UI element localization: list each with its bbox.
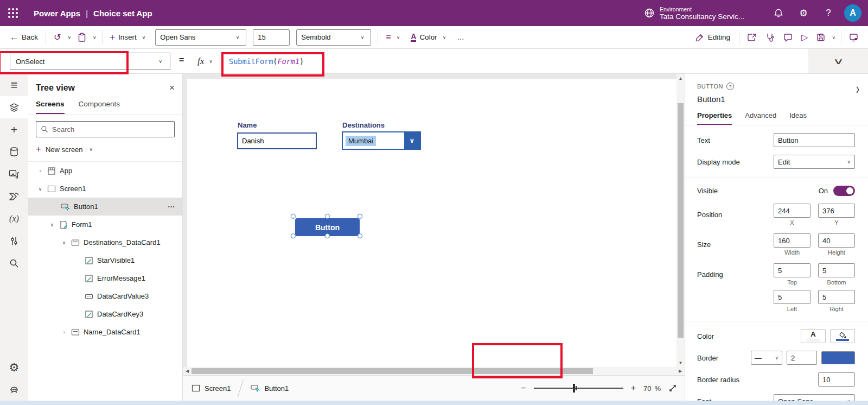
more-options-icon[interactable]: ⋯ <box>168 202 176 211</box>
insert-plus-icon[interactable]: + <box>0 118 28 141</box>
user-avatar[interactable]: A <box>844 4 861 22</box>
font-family-select[interactable]: Open Sans∨ <box>155 29 246 46</box>
tree-search-box[interactable] <box>36 121 175 137</box>
zoom-out-button[interactable]: − <box>521 383 526 393</box>
breadcrumb-button1[interactable]: Button1 <box>242 384 297 393</box>
tab-components[interactable]: Components <box>79 100 120 114</box>
notifications-bell-icon[interactable] <box>766 0 791 26</box>
text-property-input[interactable] <box>774 133 855 147</box>
padding-bottom-input[interactable] <box>818 263 855 277</box>
variables-icon[interactable]: (x) <box>0 207 28 230</box>
border-weight-input[interactable] <box>787 351 817 365</box>
zoom-slider[interactable] <box>534 388 623 389</box>
tab-ideas[interactable]: Ideas <box>789 111 807 125</box>
tree-view-layers-icon[interactable] <box>0 96 28 118</box>
preview-play-button[interactable]: ▷ <box>797 29 812 46</box>
collapse-panel-chevron[interactable]: › <box>856 80 859 99</box>
fx-dropdown[interactable]: fx ∨ <box>191 52 221 71</box>
breadcrumb-screen1[interactable]: Screen1 <box>183 384 239 393</box>
border-radius-input[interactable] <box>818 372 855 387</box>
close-icon[interactable]: × <box>169 83 175 93</box>
selection-handle[interactable] <box>291 233 296 238</box>
comments-button[interactable] <box>779 29 797 46</box>
search-input[interactable] <box>52 125 170 134</box>
paste-dropdown-chevron[interactable]: ∨ <box>91 35 99 40</box>
rail-settings-gear-icon[interactable]: ⚙ <box>0 356 28 378</box>
visible-toggle[interactable] <box>833 186 855 196</box>
share-button[interactable] <box>743 29 761 46</box>
color-button[interactable]: A Color ∨ <box>406 29 452 46</box>
font-color-button[interactable]: A <box>801 329 826 343</box>
more-commands-button[interactable]: … <box>452 29 469 46</box>
back-button[interactable]: ← Back <box>5 29 42 46</box>
app-name[interactable]: Power Apps <box>34 9 80 18</box>
name-text-input[interactable]: Danish <box>237 132 317 149</box>
undo-dropdown-chevron[interactable]: ∨ <box>65 35 73 40</box>
virtual-agent-icon[interactable] <box>0 378 28 401</box>
padding-left-input[interactable] <box>774 290 810 304</box>
advanced-tools-icon[interactable] <box>0 230 28 252</box>
collapse-menu-icon[interactable]: ≡ <box>0 74 28 96</box>
settings-gear-icon[interactable]: ⚙ <box>791 0 816 26</box>
font-size-input[interactable]: 15 <box>253 29 290 46</box>
search-icon[interactable] <box>0 252 28 274</box>
tree-item-errormessage1[interactable]: ErrorMessage1 <box>28 269 182 287</box>
border-color-swatch[interactable] <box>821 351 855 364</box>
text-align-button[interactable]: ≡ ∨ <box>381 29 406 46</box>
help-icon[interactable]: ? <box>816 0 841 26</box>
tree-item-form1[interactable]: ∨ Form1 <box>28 216 182 233</box>
dropdown-chevron-icon[interactable]: ∨ <box>404 132 420 149</box>
save-dropdown-chevron[interactable]: ∨ <box>829 35 838 40</box>
canvas-horizontal-scrollbar[interactable]: ◀ ▶ <box>183 367 685 375</box>
destinations-dropdown[interactable]: Mumbai ∨ <box>342 131 421 150</box>
size-height-input[interactable] <box>818 233 855 248</box>
fill-color-button[interactable] <box>830 329 855 343</box>
selection-handle[interactable] <box>358 214 362 219</box>
font-weight-select[interactable]: Semibold∨ <box>296 29 371 46</box>
tree-item-name-datacard1[interactable]: › Name_DataCard1 <box>28 323 182 341</box>
tree-item-datacardkey3[interactable]: DataCardKey3 <box>28 305 182 323</box>
new-screen-button[interactable]: + New screen ∨ <box>28 137 182 162</box>
publish-button[interactable] <box>845 29 863 46</box>
border-style-select[interactable]: —∨ <box>751 351 782 365</box>
paste-button[interactable] <box>73 29 91 46</box>
tree-item-starvisible1[interactable]: StarVisible1 <box>28 251 182 269</box>
vertical-scroll-thumb[interactable] <box>678 103 684 338</box>
formula-input[interactable]: SubmitForm(Form1) <box>221 49 808 73</box>
size-width-input[interactable] <box>774 233 810 248</box>
tree-item-screen1[interactable]: ∨ Screen1 <box>28 180 182 198</box>
tree-item-button1[interactable]: Button1 ⋯ <box>28 198 182 216</box>
tab-advanced[interactable]: Advanced <box>745 111 776 125</box>
tree-item-destinations-datacard1[interactable]: ∨ Destinations_DataCard1 <box>28 233 182 251</box>
tab-properties[interactable]: Properties <box>697 111 732 125</box>
tree-item-datacardvalue3[interactable]: DataCardValue3 <box>28 287 182 305</box>
position-y-input[interactable] <box>818 204 855 218</box>
power-automate-icon[interactable] <box>0 185 28 207</box>
insert-button[interactable]: + Insert ∨ <box>106 29 152 46</box>
control-help-icon[interactable]: ? <box>726 83 734 90</box>
position-x-input[interactable] <box>774 204 810 218</box>
selection-handle[interactable] <box>325 214 330 219</box>
canvas-vertical-scrollbar[interactable]: ▲ ▼ <box>676 74 685 367</box>
tree-item-app[interactable]: › App <box>28 162 182 180</box>
media-icon[interactable] <box>0 163 28 185</box>
formula-bar-expand-chevron[interactable]: ∨ <box>808 49 868 73</box>
environment-picker[interactable]: Environment Tata Consultancy Servic... <box>643 6 744 21</box>
display-mode-select[interactable]: Edit∨ <box>774 155 855 169</box>
app-checker-icon[interactable] <box>761 29 779 46</box>
editing-mode-button[interactable]: Editing <box>690 33 736 42</box>
data-sources-icon[interactable] <box>0 141 28 163</box>
padding-right-input[interactable] <box>818 290 855 304</box>
selection-handle[interactable] <box>291 214 296 219</box>
padding-top-input[interactable] <box>774 263 810 277</box>
horizontal-scroll-thumb[interactable] <box>192 368 593 374</box>
save-button[interactable] <box>812 29 829 46</box>
screen1-canvas[interactable]: Name Danish Destinations Mumbai ∨ Button <box>187 79 676 367</box>
undo-button[interactable]: ↺ <box>49 29 65 46</box>
tab-screens[interactable]: Screens <box>36 100 65 114</box>
zoom-in-button[interactable]: + <box>631 383 636 393</box>
waffle-menu-icon[interactable] <box>0 0 26 26</box>
fullscreen-expand-icon[interactable] <box>668 384 677 393</box>
zoom-slider-thumb[interactable] <box>573 384 575 393</box>
selection-handle[interactable] <box>325 233 330 238</box>
